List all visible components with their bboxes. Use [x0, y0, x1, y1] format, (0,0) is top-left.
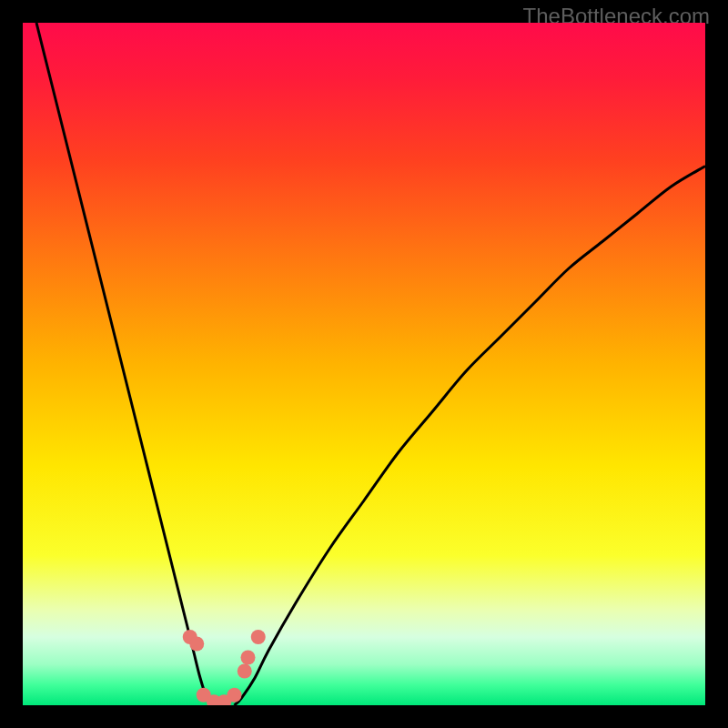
marker-point	[251, 630, 266, 644]
plot-svg	[23, 23, 705, 705]
chart-canvas: TheBottleneck.com	[0, 0, 728, 728]
plot-area	[23, 23, 705, 705]
marker-point	[228, 688, 242, 703]
marker-point	[189, 637, 204, 652]
marker-point	[241, 651, 256, 665]
marker-point	[238, 664, 252, 679]
gradient-background	[23, 23, 705, 705]
